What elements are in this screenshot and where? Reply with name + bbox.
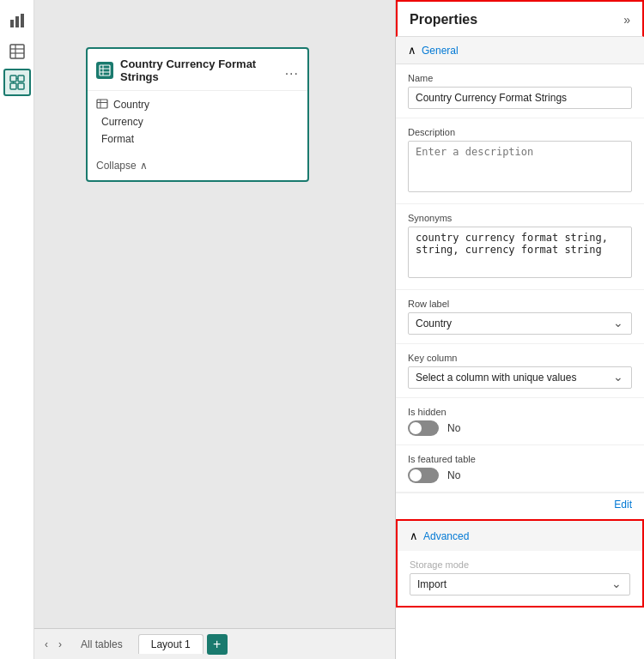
- table-card-icon: [96, 62, 113, 79]
- synonyms-group: Synonyms: [396, 204, 644, 290]
- sidebar: [0, 0, 34, 659]
- row-label-select[interactable]: Country: [408, 312, 632, 335]
- is-featured-toggle[interactable]: [408, 468, 439, 483]
- table-card-menu[interactable]: ...: [285, 63, 299, 78]
- tab-all-tables[interactable]: All tables: [69, 635, 135, 654]
- advanced-body: Storage mode Import: [398, 551, 642, 606]
- collapse-label: Collapse: [96, 160, 137, 172]
- bar-chart-sidebar-icon[interactable]: [3, 7, 31, 34]
- properties-body: ∧ General Name Description Synonyms Row …: [396, 37, 644, 659]
- nav-prev-arrow[interactable]: ‹: [41, 637, 52, 652]
- table-card: Country Currency Format Strings ... Coun…: [86, 47, 309, 182]
- is-hidden-group: Is hidden No: [396, 398, 644, 445]
- svg-rect-2: [21, 14, 24, 27]
- is-hidden-toggle-label: No: [447, 422, 460, 434]
- nav-next-arrow[interactable]: ›: [55, 637, 65, 652]
- bottom-bar: ‹ › All tables Layout 1 +: [34, 628, 395, 659]
- storage-mode-select-wrapper: Import: [410, 573, 630, 596]
- general-section-header[interactable]: ∧ General: [396, 37, 644, 64]
- canvas: Country Currency Format Strings ... Coun…: [34, 0, 395, 659]
- model-sidebar-icon[interactable]: [3, 69, 31, 96]
- svg-rect-10: [18, 83, 24, 89]
- is-featured-toggle-label: No: [447, 469, 460, 481]
- field-name-format: Format: [101, 133, 134, 145]
- svg-rect-7: [10, 76, 16, 82]
- properties-header: Properties »: [396, 0, 644, 37]
- is-hidden-toggle[interactable]: [408, 420, 439, 436]
- general-label: General: [422, 45, 459, 57]
- tab-add-button[interactable]: +: [207, 634, 228, 655]
- edit-link[interactable]: Edit: [396, 493, 644, 516]
- svg-rect-9: [10, 83, 16, 89]
- is-featured-group: Is featured table No: [396, 445, 644, 493]
- advanced-section-header[interactable]: ∧ Advanced: [398, 521, 642, 551]
- row-label-label: Row label: [408, 299, 632, 309]
- field-name-country: Country: [113, 99, 149, 111]
- row-label-group: Row label Country: [396, 290, 644, 344]
- table-card-fields: Country Currency Format: [88, 91, 307, 153]
- table-card-title: Country Currency Format Strings: [120, 57, 278, 83]
- name-group: Name: [396, 64, 644, 118]
- row-label-select-wrapper: Country: [408, 312, 632, 335]
- general-collapse-icon: ∧: [408, 44, 416, 57]
- svg-rect-13: [100, 65, 110, 76]
- description-textarea[interactable]: [408, 141, 632, 192]
- key-column-group: Key column Select a column with unique v…: [396, 344, 644, 398]
- key-column-label: Key column: [408, 353, 632, 363]
- properties-title: Properties: [410, 12, 477, 27]
- table-sidebar-icon[interactable]: [3, 38, 31, 65]
- synonyms-label: Synonyms: [408, 213, 632, 223]
- field-row-country: Country: [96, 96, 299, 113]
- table-collapse-button[interactable]: Collapse ∧: [88, 153, 307, 180]
- advanced-section: ∧ Advanced Storage mode Import: [396, 519, 644, 608]
- description-group: Description: [396, 118, 644, 204]
- field-name-currency: Currency: [101, 116, 143, 128]
- svg-rect-1: [15, 16, 19, 27]
- tab-layout-1[interactable]: Layout 1: [138, 634, 204, 654]
- advanced-label: Advanced: [423, 530, 469, 542]
- name-input[interactable]: [408, 87, 632, 109]
- name-label: Name: [408, 73, 632, 83]
- is-hidden-label: Is hidden: [408, 407, 632, 417]
- synonyms-textarea[interactable]: [408, 227, 632, 278]
- svg-rect-8: [18, 76, 24, 82]
- is-featured-toggle-row: No: [408, 468, 632, 483]
- svg-rect-17: [97, 100, 107, 108]
- is-featured-label: Is featured table: [408, 454, 632, 464]
- key-column-select[interactable]: Select a column with unique values: [408, 366, 632, 389]
- is-hidden-toggle-row: No: [408, 420, 632, 436]
- key-column-select-wrapper: Select a column with unique values: [408, 366, 632, 389]
- storage-mode-label: Storage mode: [410, 559, 630, 570]
- collapse-chevron-icon: ∧: [140, 160, 148, 172]
- svg-rect-3: [10, 45, 24, 58]
- field-row-currency: Currency: [96, 113, 299, 130]
- description-label: Description: [408, 127, 632, 137]
- properties-panel: Data Properties » ∧ General Name Descrip…: [395, 0, 644, 659]
- table-card-header: Country Currency Format Strings ...: [88, 49, 307, 91]
- advanced-collapse-icon: ∧: [410, 529, 418, 542]
- field-row-format: Format: [96, 130, 299, 148]
- properties-collapse-icon[interactable]: »: [623, 13, 630, 27]
- storage-mode-select[interactable]: Import: [410, 573, 630, 596]
- field-icon-country: [96, 99, 108, 111]
- svg-rect-0: [10, 20, 14, 27]
